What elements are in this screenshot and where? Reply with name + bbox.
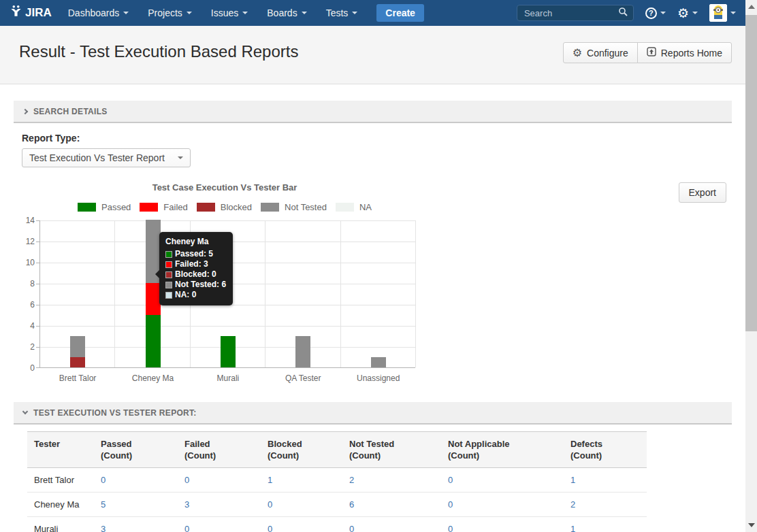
table-header-line1: Defects bbox=[570, 438, 640, 450]
table-header-failed: Failed(Count) bbox=[178, 432, 261, 468]
bar-segment-not-tested-qa-tester[interactable] bbox=[295, 336, 310, 368]
count-link[interactable]: 1 bbox=[261, 468, 342, 493]
y-tick-mark bbox=[36, 263, 40, 263]
table-header-not-applicable: Not Applicable(Count) bbox=[441, 432, 564, 468]
chevron-down-icon bbox=[22, 409, 28, 414]
legend-item-na[interactable]: NA bbox=[336, 202, 372, 212]
nav-item-dashboards[interactable]: Dashboards bbox=[68, 7, 129, 18]
scrollbar-thumb[interactable] bbox=[745, 15, 757, 331]
bar-segment-not-tested-unassigned[interactable] bbox=[371, 357, 386, 368]
count-link[interactable]: 0 bbox=[261, 517, 342, 532]
search-icon[interactable] bbox=[618, 7, 628, 19]
count-link[interactable]: 5 bbox=[94, 493, 178, 517]
chevron-right-icon bbox=[22, 108, 28, 114]
legend-item-blocked[interactable]: Blocked bbox=[197, 202, 252, 212]
header-button-group: ⚙ Configure Reports Home bbox=[563, 42, 732, 63]
nav-item-tests[interactable]: Tests bbox=[326, 7, 358, 18]
legend-swatch-icon bbox=[78, 203, 96, 212]
jira-logo[interactable]: JIRA bbox=[10, 5, 52, 21]
tooltip-swatch-icon bbox=[165, 282, 172, 288]
nav-item-projects[interactable]: Projects bbox=[148, 7, 192, 18]
tooltip-swatch-icon bbox=[165, 271, 172, 278]
table-header-line2: (Count) bbox=[349, 450, 434, 461]
count-link[interactable]: 3 bbox=[94, 517, 178, 532]
chevron-down-icon bbox=[123, 12, 129, 14]
nav-right-cluster: ? ⚙ bbox=[517, 4, 736, 22]
chart-title: Test Case Execution Vs Tester Bar bbox=[14, 182, 436, 193]
table-header-line1: Tester bbox=[34, 438, 87, 450]
count-link[interactable]: 0 bbox=[441, 468, 564, 493]
gridline bbox=[340, 220, 341, 367]
count-link[interactable]: 0 bbox=[178, 517, 261, 532]
search-input[interactable] bbox=[523, 7, 618, 19]
count-link[interactable]: 0 bbox=[441, 493, 564, 517]
nav-item-boards[interactable]: Boards bbox=[267, 7, 306, 18]
create-button[interactable]: Create bbox=[376, 4, 424, 22]
nav-item-label: Tests bbox=[326, 7, 349, 18]
home-document-icon bbox=[647, 47, 656, 59]
scroll-down-button[interactable] bbox=[748, 523, 755, 527]
count-link[interactable]: 0 bbox=[441, 517, 564, 532]
user-menu[interactable] bbox=[709, 4, 736, 22]
legend-label: NA bbox=[359, 202, 372, 212]
count-link[interactable]: 0 bbox=[178, 468, 261, 493]
tooltip-row: Blocked: 0 bbox=[165, 269, 226, 280]
vertical-scrollbar[interactable] bbox=[745, 0, 757, 532]
settings-menu[interactable]: ⚙ bbox=[677, 7, 698, 20]
page-title: Result - Test Execution Based Reports bbox=[19, 42, 298, 61]
legend-item-failed[interactable]: Failed bbox=[140, 202, 187, 212]
bar-segment-passed-murali[interactable] bbox=[221, 336, 236, 368]
help-menu[interactable]: ? bbox=[645, 7, 666, 19]
legend-swatch-icon bbox=[140, 203, 158, 212]
y-tick-label: 4 bbox=[9, 321, 35, 331]
quick-search[interactable] bbox=[517, 5, 634, 21]
tooltip-row: Not Tested: 6 bbox=[165, 280, 226, 290]
search-details-toggle[interactable]: SEARCH DETAILS bbox=[14, 101, 732, 123]
tooltip-row-label: Passed: 5 bbox=[175, 249, 213, 259]
count-link[interactable]: 0 bbox=[261, 493, 342, 517]
configure-button[interactable]: ⚙ Configure bbox=[563, 42, 638, 63]
count-link[interactable]: 6 bbox=[342, 493, 441, 517]
export-button[interactable]: Export bbox=[679, 182, 726, 203]
count-link[interactable]: 1 bbox=[564, 517, 647, 532]
report-type-select[interactable]: Test Execution Vs Tester Report bbox=[22, 148, 191, 167]
legend-item-not-tested[interactable]: Not Tested bbox=[261, 202, 327, 212]
nav-item-issues[interactable]: Issues bbox=[211, 7, 248, 18]
report-type-group: Report Type: Test Execution Vs Tester Re… bbox=[22, 133, 732, 167]
count-link[interactable]: 3 bbox=[178, 493, 261, 517]
tooltip-swatch-icon bbox=[165, 251, 172, 258]
y-tick-label: 6 bbox=[9, 300, 35, 310]
reports-home-button[interactable]: Reports Home bbox=[637, 42, 732, 63]
scroll-up-button[interactable] bbox=[748, 5, 755, 9]
chart-plot-area: Cheney Ma Passed: 5Failed: 3Blocked: 0No… bbox=[39, 220, 415, 368]
bar-segment-blocked-brett-talor[interactable] bbox=[70, 357, 85, 368]
report-section-toggle[interactable]: TEST EXECUTION VS TESTER REPORT: bbox=[14, 402, 732, 425]
count-link[interactable]: 2 bbox=[564, 493, 647, 517]
table-header-line2: (Count) bbox=[570, 450, 640, 461]
legend-swatch-icon bbox=[261, 203, 279, 212]
count-link[interactable]: 0 bbox=[342, 517, 441, 532]
table-header-line2: (Count) bbox=[268, 450, 336, 461]
chevron-down-icon bbox=[660, 12, 666, 14]
legend-swatch-icon bbox=[197, 203, 215, 212]
legend-label: Failed bbox=[163, 202, 187, 212]
x-axis-label: Unassigned bbox=[341, 373, 416, 383]
legend-swatch-icon bbox=[336, 203, 354, 212]
nav-item-label: Boards bbox=[267, 7, 297, 18]
bar-segment-not-tested-brett-talor[interactable] bbox=[70, 336, 85, 357]
legend-item-passed[interactable]: Passed bbox=[78, 202, 131, 212]
tester-report-table: TesterPassed(Count)Failed(Count)Blocked(… bbox=[27, 431, 647, 532]
table-header-row: TesterPassed(Count)Failed(Count)Blocked(… bbox=[27, 432, 647, 468]
y-tick-mark bbox=[36, 305, 40, 305]
count-link[interactable]: 2 bbox=[342, 468, 441, 493]
bar-segment-passed-cheney-ma[interactable] bbox=[146, 315, 161, 368]
count-link[interactable]: 0 bbox=[94, 468, 178, 493]
tooltip-row-label: Blocked: 0 bbox=[175, 269, 216, 280]
count-link[interactable]: 1 bbox=[564, 468, 647, 493]
bar-segment-failed-cheney-ma[interactable] bbox=[146, 283, 161, 315]
page: JIRA DashboardsProjectsIssuesBoardsTests… bbox=[0, 0, 745, 532]
table-header-line1: Not Tested bbox=[349, 438, 434, 450]
search-details-label: SEARCH DETAILS bbox=[33, 107, 108, 116]
table-header-line1: Failed bbox=[184, 438, 254, 450]
help-icon: ? bbox=[645, 7, 657, 19]
